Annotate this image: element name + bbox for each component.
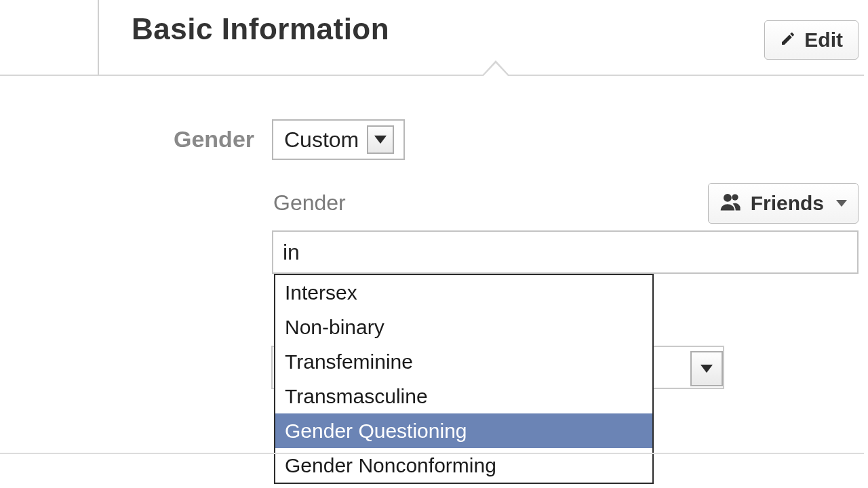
section-bottom-divider (0, 453, 864, 454)
custom-gender-input[interactable]: in (272, 230, 859, 274)
section-divider (0, 75, 864, 76)
svg-point-1 (732, 194, 738, 200)
list-item[interactable]: Intersex (275, 275, 652, 310)
gender-select-value: Custom (284, 127, 359, 152)
section-header: Basic Information (132, 12, 859, 62)
edit-button[interactable]: Edit (764, 20, 859, 60)
list-item[interactable]: Non-binary (275, 310, 652, 344)
gender-select[interactable]: Custom (272, 119, 405, 160)
chevron-down-icon (690, 351, 723, 386)
chevron-down-icon (836, 200, 847, 207)
svg-point-0 (724, 193, 732, 201)
privacy-selector-label: Friends (751, 192, 824, 215)
list-item-label: Non-binary (285, 316, 384, 339)
section-left-divider (98, 0, 99, 75)
privacy-selector[interactable]: Friends (708, 183, 859, 224)
section-divider-notch (481, 60, 510, 75)
list-item-label: Gender Questioning (285, 420, 467, 443)
pencil-icon (780, 28, 796, 52)
list-item-label: Transfeminine (285, 350, 413, 373)
edit-button-label: Edit (804, 28, 843, 52)
custom-gender-sub-label: Gender (273, 190, 346, 216)
list-item[interactable]: Transmasculine (275, 379, 652, 413)
chevron-down-icon (367, 125, 394, 154)
list-item-label: Intersex (285, 281, 357, 304)
section-title: Basic Information (132, 12, 389, 45)
gender-field-label: Gender (174, 126, 254, 152)
list-item[interactable]: Transfeminine (275, 344, 652, 379)
custom-gender-input-value: in (283, 240, 300, 265)
friends-icon (719, 192, 743, 216)
list-item[interactable]: Gender Questioning (275, 413, 652, 448)
list-item-label: Gender Nonconforming (285, 454, 496, 477)
list-item-label: Transmasculine (285, 385, 428, 408)
